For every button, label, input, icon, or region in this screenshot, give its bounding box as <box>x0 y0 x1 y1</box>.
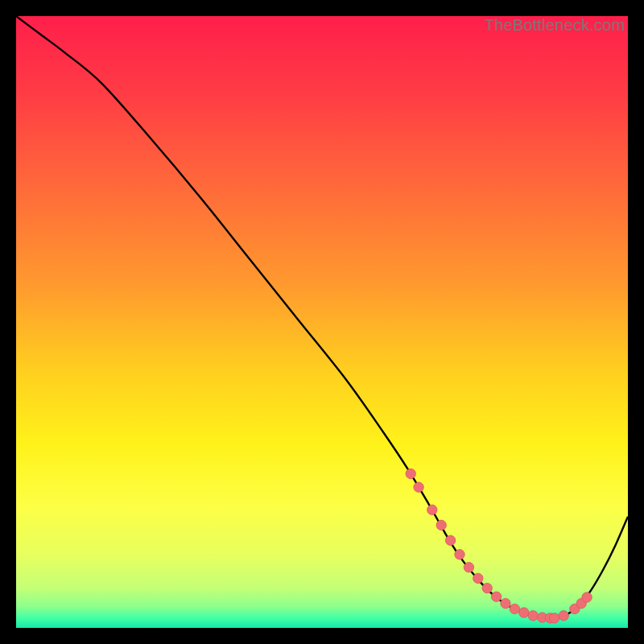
bottleneck-curve <box>16 16 628 618</box>
highlight-marker <box>510 604 519 613</box>
highlight-marker <box>455 550 464 559</box>
curve-layer <box>16 16 628 628</box>
highlight-marker <box>491 592 501 601</box>
plot-area: TheBottleneck.com <box>16 16 628 628</box>
highlight-markers <box>406 469 592 623</box>
highlight-marker <box>427 505 437 514</box>
highlight-marker <box>528 611 538 621</box>
chart-frame: TheBottleneck.com <box>16 16 628 628</box>
highlight-marker <box>550 613 559 623</box>
highlight-marker <box>406 469 415 478</box>
highlight-marker <box>582 592 592 602</box>
highlight-marker <box>559 611 568 621</box>
highlight-marker <box>414 482 423 492</box>
highlight-marker <box>473 573 483 583</box>
highlight-marker <box>519 608 529 617</box>
highlight-marker <box>445 535 455 545</box>
watermark-text: TheBottleneck.com <box>484 16 625 35</box>
highlight-marker <box>436 520 446 530</box>
highlight-marker <box>482 583 492 592</box>
highlight-marker <box>464 563 473 572</box>
highlight-marker <box>501 598 510 608</box>
